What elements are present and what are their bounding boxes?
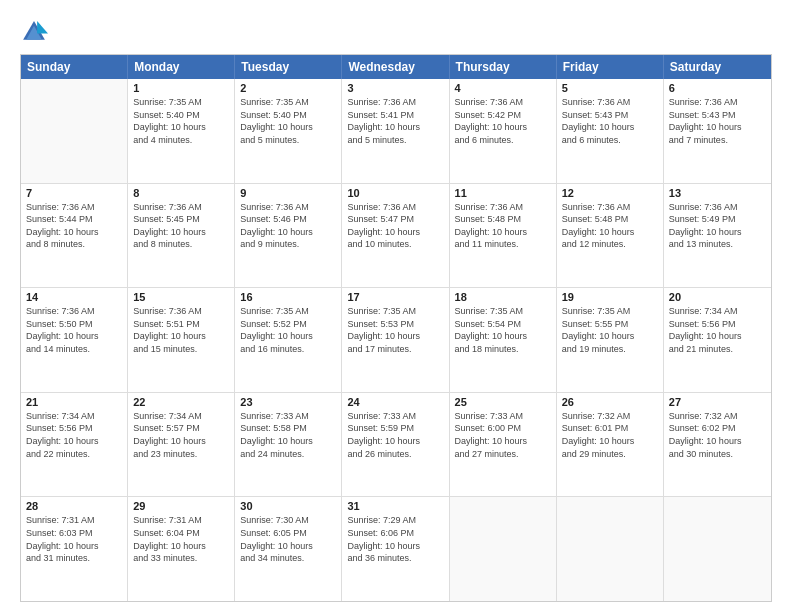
calendar-cell: 26Sunrise: 7:32 AMSunset: 6:01 PMDayligh…	[557, 393, 664, 497]
day-number: 25	[455, 396, 551, 408]
day-number: 31	[347, 500, 443, 512]
cell-line: Daylight: 10 hours	[133, 330, 229, 343]
cell-line: Daylight: 10 hours	[133, 121, 229, 134]
cell-line: and 27 minutes.	[455, 448, 551, 461]
day-number: 3	[347, 82, 443, 94]
cell-line: Sunset: 5:40 PM	[240, 109, 336, 122]
cell-line: Daylight: 10 hours	[240, 226, 336, 239]
calendar-cell: 29Sunrise: 7:31 AMSunset: 6:04 PMDayligh…	[128, 497, 235, 601]
day-number: 16	[240, 291, 336, 303]
cell-line: and 19 minutes.	[562, 343, 658, 356]
cell-line: and 8 minutes.	[26, 238, 122, 251]
cell-line: and 6 minutes.	[562, 134, 658, 147]
cell-line: Sunset: 5:48 PM	[455, 213, 551, 226]
day-number: 1	[133, 82, 229, 94]
cell-line: Daylight: 10 hours	[669, 330, 766, 343]
cell-line: and 6 minutes.	[455, 134, 551, 147]
cell-line: Daylight: 10 hours	[347, 121, 443, 134]
header-day-wednesday: Wednesday	[342, 55, 449, 79]
calendar-cell: 22Sunrise: 7:34 AMSunset: 5:57 PMDayligh…	[128, 393, 235, 497]
calendar-header: SundayMondayTuesdayWednesdayThursdayFrid…	[21, 55, 771, 79]
calendar-cell: 16Sunrise: 7:35 AMSunset: 5:52 PMDayligh…	[235, 288, 342, 392]
cell-line: Sunset: 5:43 PM	[669, 109, 766, 122]
calendar-cell: 19Sunrise: 7:35 AMSunset: 5:55 PMDayligh…	[557, 288, 664, 392]
cell-line: Sunset: 5:50 PM	[26, 318, 122, 331]
cell-line: Sunrise: 7:36 AM	[669, 201, 766, 214]
logo	[20, 18, 52, 46]
day-number: 15	[133, 291, 229, 303]
cell-line: and 12 minutes.	[562, 238, 658, 251]
cell-line: and 16 minutes.	[240, 343, 336, 356]
page: SundayMondayTuesdayWednesdayThursdayFrid…	[0, 0, 792, 612]
cell-line: Sunrise: 7:33 AM	[240, 410, 336, 423]
cell-line: Sunrise: 7:35 AM	[133, 96, 229, 109]
cell-line: Sunrise: 7:36 AM	[26, 305, 122, 318]
cell-line: Sunrise: 7:31 AM	[26, 514, 122, 527]
cell-line: and 9 minutes.	[240, 238, 336, 251]
cell-line: and 34 minutes.	[240, 552, 336, 565]
header-day-tuesday: Tuesday	[235, 55, 342, 79]
day-number: 29	[133, 500, 229, 512]
calendar-cell: 10Sunrise: 7:36 AMSunset: 5:47 PMDayligh…	[342, 184, 449, 288]
header	[20, 18, 772, 46]
calendar-cell: 5Sunrise: 7:36 AMSunset: 5:43 PMDaylight…	[557, 79, 664, 183]
day-number: 18	[455, 291, 551, 303]
calendar-cell: 20Sunrise: 7:34 AMSunset: 5:56 PMDayligh…	[664, 288, 771, 392]
cell-line: Daylight: 10 hours	[562, 226, 658, 239]
cell-line: Daylight: 10 hours	[669, 435, 766, 448]
logo-icon	[20, 18, 48, 46]
calendar-cell: 21Sunrise: 7:34 AMSunset: 5:56 PMDayligh…	[21, 393, 128, 497]
cell-line: and 26 minutes.	[347, 448, 443, 461]
cell-line: Sunset: 5:42 PM	[455, 109, 551, 122]
calendar: SundayMondayTuesdayWednesdayThursdayFrid…	[20, 54, 772, 602]
day-number: 14	[26, 291, 122, 303]
cell-line: Sunset: 5:55 PM	[562, 318, 658, 331]
cell-line: and 23 minutes.	[133, 448, 229, 461]
cell-line: Sunset: 5:52 PM	[240, 318, 336, 331]
calendar-cell: 11Sunrise: 7:36 AMSunset: 5:48 PMDayligh…	[450, 184, 557, 288]
cell-line: Sunset: 6:03 PM	[26, 527, 122, 540]
cell-line: Sunrise: 7:36 AM	[455, 96, 551, 109]
day-number: 5	[562, 82, 658, 94]
cell-line: Daylight: 10 hours	[562, 435, 658, 448]
day-number: 11	[455, 187, 551, 199]
cell-line: Daylight: 10 hours	[240, 330, 336, 343]
cell-line: Sunset: 6:02 PM	[669, 422, 766, 435]
cell-line: Daylight: 10 hours	[26, 330, 122, 343]
cell-line: and 22 minutes.	[26, 448, 122, 461]
cell-line: Daylight: 10 hours	[669, 121, 766, 134]
day-number: 13	[669, 187, 766, 199]
cell-line: Daylight: 10 hours	[562, 330, 658, 343]
cell-line: Sunrise: 7:36 AM	[240, 201, 336, 214]
day-number: 12	[562, 187, 658, 199]
cell-line: and 5 minutes.	[347, 134, 443, 147]
cell-line: Sunrise: 7:36 AM	[669, 96, 766, 109]
cell-line: Sunset: 5:43 PM	[562, 109, 658, 122]
cell-line: Sunrise: 7:34 AM	[26, 410, 122, 423]
cell-line: Sunset: 5:40 PM	[133, 109, 229, 122]
day-number: 30	[240, 500, 336, 512]
calendar-cell: 14Sunrise: 7:36 AMSunset: 5:50 PMDayligh…	[21, 288, 128, 392]
cell-line: and 31 minutes.	[26, 552, 122, 565]
calendar-cell: 2Sunrise: 7:35 AMSunset: 5:40 PMDaylight…	[235, 79, 342, 183]
cell-line: and 8 minutes.	[133, 238, 229, 251]
day-number: 24	[347, 396, 443, 408]
calendar-row-4: 28Sunrise: 7:31 AMSunset: 6:03 PMDayligh…	[21, 496, 771, 601]
calendar-cell	[450, 497, 557, 601]
day-number: 20	[669, 291, 766, 303]
cell-line: Sunset: 6:05 PM	[240, 527, 336, 540]
day-number: 6	[669, 82, 766, 94]
calendar-cell: 25Sunrise: 7:33 AMSunset: 6:00 PMDayligh…	[450, 393, 557, 497]
cell-line: Sunset: 5:48 PM	[562, 213, 658, 226]
header-day-monday: Monday	[128, 55, 235, 79]
calendar-cell: 13Sunrise: 7:36 AMSunset: 5:49 PMDayligh…	[664, 184, 771, 288]
cell-line: Daylight: 10 hours	[240, 121, 336, 134]
calendar-row-1: 7Sunrise: 7:36 AMSunset: 5:44 PMDaylight…	[21, 183, 771, 288]
cell-line: Sunrise: 7:35 AM	[562, 305, 658, 318]
cell-line: and 21 minutes.	[669, 343, 766, 356]
cell-line: Sunrise: 7:29 AM	[347, 514, 443, 527]
cell-line: and 13 minutes.	[669, 238, 766, 251]
cell-line: Daylight: 10 hours	[347, 330, 443, 343]
header-day-saturday: Saturday	[664, 55, 771, 79]
day-number: 7	[26, 187, 122, 199]
